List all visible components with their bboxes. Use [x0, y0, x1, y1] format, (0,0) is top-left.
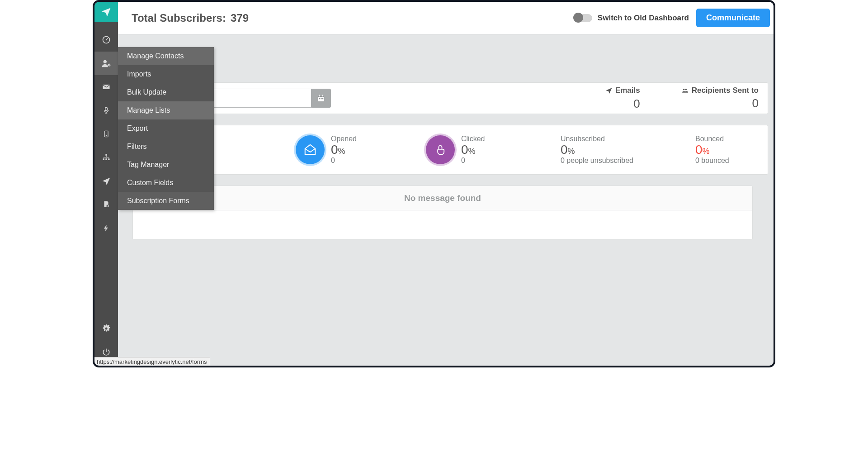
- submenu-export[interactable]: Export: [118, 119, 214, 138]
- metric-bounced: Bounced 0% 0 bounced: [691, 135, 754, 165]
- svg-point-14: [105, 328, 108, 330]
- sidebar-item-microphone[interactable]: [94, 99, 118, 122]
- svg-point-7: [106, 135, 106, 136]
- sidebar-item-file-badge[interactable]: [94, 193, 118, 216]
- stat-emails: Emails 0: [605, 86, 640, 111]
- submenu-custom-fields[interactable]: Custom Fields: [118, 174, 214, 192]
- metric-clicked: Clicked 0% 0: [426, 135, 556, 165]
- svg-rect-18: [322, 95, 323, 97]
- stat-recipients-label: Recipients Sent to: [692, 86, 759, 95]
- main-content: Emails 0 Recipients Sent to 0: [118, 34, 774, 366]
- stat-emails-value: 0: [605, 97, 640, 111]
- old-dashboard-toggle[interactable]: [574, 14, 592, 22]
- metric-opened-name: Opened: [331, 135, 357, 143]
- svg-rect-9: [103, 159, 104, 160]
- metric-bounced-name: Bounced: [695, 135, 729, 143]
- svg-rect-16: [318, 96, 324, 97]
- messages-card: No message found: [132, 186, 753, 240]
- old-dashboard-toggle-label: Switch to Old Dashboard: [598, 14, 689, 23]
- communicate-button[interactable]: Communicate: [696, 9, 770, 27]
- submenu-manage-lists[interactable]: Manage Lists: [118, 101, 214, 119]
- submenu-filters[interactable]: Filters: [118, 138, 214, 156]
- brand-logo: [94, 2, 118, 22]
- svg-rect-5: [105, 107, 108, 111]
- stat-recipients: Recipients Sent to 0: [681, 86, 759, 111]
- svg-rect-17: [319, 95, 320, 97]
- stat-emails-label: Emails: [615, 86, 640, 95]
- sidebar-item-email[interactable]: [94, 75, 118, 99]
- metric-unsub-sub: 0 people unsubscribed: [561, 157, 633, 165]
- metric-opened-pct-unit: %: [338, 147, 345, 156]
- submenu-bulk-update[interactable]: Bulk Update: [118, 83, 214, 101]
- topbar: Total Subscribers: 379 Switch to Old Das…: [118, 2, 774, 34]
- metric-opened-sub: 0: [331, 157, 357, 165]
- metric-clicked-name: Clicked: [461, 135, 485, 143]
- metrics-card: Opened 0% 0 Clicked 0% 0 Unsubscribed: [132, 125, 768, 175]
- svg-rect-19: [319, 98, 320, 99]
- stat-recipients-value: 0: [681, 96, 759, 110]
- metric-unsubscribed: Unsubscribed 0% 0 people unsubscribed: [556, 135, 691, 165]
- metric-opened-pct: 0: [331, 143, 338, 157]
- date-stats-card: Emails 0 Recipients Sent to 0: [132, 82, 768, 114]
- toggle-knob: [573, 13, 583, 23]
- metric-clicked-pct: 0: [461, 143, 468, 157]
- status-bar-url: https://marketingdesign.everlytic.net/fo…: [94, 357, 210, 367]
- metric-clicked-pct-unit: %: [468, 147, 476, 156]
- svg-rect-8: [105, 154, 107, 156]
- metric-unsub-name: Unsubscribed: [561, 135, 633, 143]
- metric-unsub-pct: 0: [561, 143, 568, 157]
- svg-point-1: [106, 39, 107, 41]
- svg-rect-20: [321, 98, 321, 99]
- svg-rect-21: [322, 98, 323, 99]
- page-title-count: 379: [231, 12, 249, 24]
- calendar-icon: [317, 94, 325, 102]
- submenu-manage-contacts[interactable]: Manage Contacts: [118, 47, 214, 65]
- paper-plane-icon: [605, 87, 613, 94]
- submenu-tag-manager[interactable]: Tag Manager: [118, 156, 214, 174]
- calendar-button[interactable]: [311, 89, 331, 108]
- submenu-imports[interactable]: Imports: [118, 65, 214, 83]
- opened-icon: [296, 135, 325, 164]
- contacts-submenu: Manage Contacts Imports Bulk Update Mana…: [118, 47, 214, 210]
- svg-point-2: [104, 60, 107, 63]
- submenu-subscription-forms[interactable]: Subscription Forms: [118, 192, 214, 210]
- metric-bounced-sub: 0 bounced: [695, 157, 729, 165]
- metric-bounced-pct-unit: %: [703, 147, 710, 156]
- metric-bounced-pct: 0: [695, 143, 703, 157]
- page-title-label: Total Subscribers:: [132, 12, 226, 24]
- sidebar-item-network[interactable]: [94, 146, 118, 169]
- svg-point-23: [685, 88, 687, 90]
- sidebar-item-dashboard[interactable]: [94, 28, 118, 52]
- sidebar-item-bolt[interactable]: [94, 216, 118, 240]
- messages-empty-text: No message found: [133, 186, 752, 210]
- sidebar-item-settings[interactable]: [94, 317, 118, 340]
- svg-point-3: [108, 64, 110, 66]
- sidebar: [94, 2, 118, 366]
- metric-unsub-pct-unit: %: [568, 147, 575, 156]
- sidebar-item-mobile[interactable]: [94, 122, 118, 146]
- svg-point-22: [683, 88, 685, 90]
- svg-rect-11: [108, 159, 109, 160]
- svg-rect-4: [103, 85, 110, 89]
- users-icon: [681, 87, 689, 94]
- sidebar-item-send[interactable]: [94, 169, 118, 193]
- metric-clicked-sub: 0: [461, 157, 485, 165]
- messages-body: [133, 210, 752, 240]
- sidebar-item-contacts[interactable]: [94, 52, 118, 75]
- clicked-icon: [426, 135, 455, 164]
- svg-rect-10: [105, 159, 107, 160]
